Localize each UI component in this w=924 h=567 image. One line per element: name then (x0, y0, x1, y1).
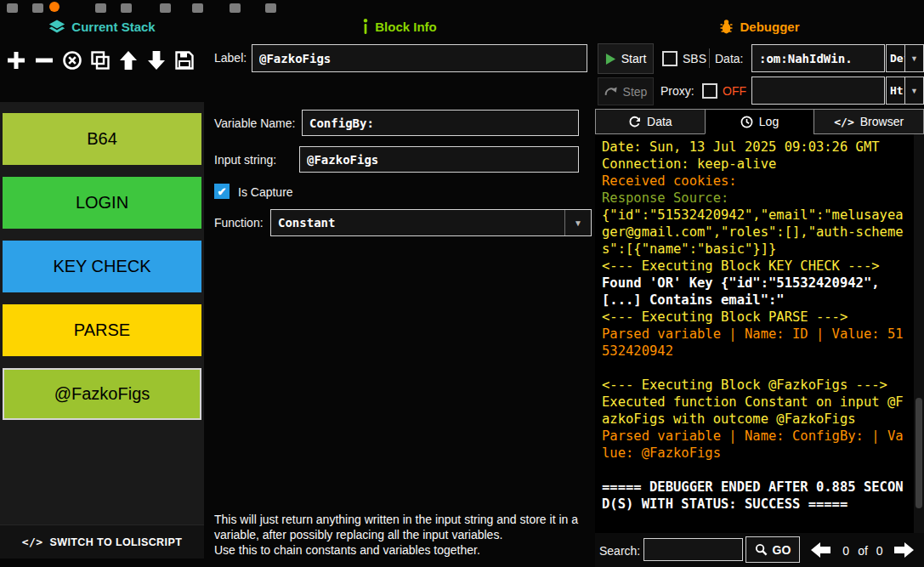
log-line: <--- Executing Block PARSE ---> (602, 309, 907, 326)
function-caption: Function: (214, 216, 264, 230)
move-block-up-button[interactable] (114, 44, 142, 77)
function-value: Constant (271, 210, 564, 235)
stack-toolbar (2, 42, 202, 79)
chevron-down-icon[interactable]: ▼ (564, 210, 591, 235)
proxy-type-arrow[interactable]: ▼ (904, 77, 924, 105)
block-info-header: Block Info (204, 14, 595, 39)
menu-icon[interactable] (7, 3, 18, 13)
code-icon: </> (834, 116, 853, 128)
menu-icon[interactable] (32, 3, 43, 13)
stack-block-label: LOGIN (76, 193, 128, 213)
input-string-input[interactable] (299, 146, 579, 173)
menu-icon[interactable] (265, 3, 276, 13)
previous-match-button[interactable] (807, 538, 836, 562)
search-match-pager: 0 of 0 (839, 544, 887, 558)
block-info-title: Block Info (375, 20, 437, 34)
match-of-label: of (858, 544, 868, 558)
tab-label: Log (759, 115, 779, 128)
log-search-bar: Search: GO 0 of 0 (595, 533, 924, 567)
debugger-header: Debugger (595, 14, 924, 39)
switch-to-loliscript-button[interactable]: </> SWITCH TO LOLISCRIPT (0, 524, 204, 558)
start-label: Start (621, 52, 647, 65)
stack-block-label: KEY CHECK (53, 257, 150, 276)
stack-block-b64[interactable]: B64 (3, 113, 201, 165)
input-string-caption: Input string: (214, 153, 276, 167)
search-caption: Search: (599, 544, 640, 558)
match-total: 0 (876, 544, 883, 558)
tab-log[interactable]: Log (705, 109, 814, 134)
notification-dot-icon (49, 2, 60, 12)
data-input[interactable] (751, 44, 885, 72)
remove-block-button[interactable] (30, 44, 58, 77)
step-arrow-icon (604, 86, 618, 97)
menu-icon[interactable] (95, 3, 106, 13)
menu-icon[interactable] (121, 3, 132, 13)
tab-label: Data (647, 115, 672, 128)
variable-name-caption: Variable Name: (214, 116, 295, 130)
log-line: Parsed variable | Name: ConfigBy: | Valu… (602, 428, 907, 462)
log-scrollbar-thumb[interactable] (915, 398, 922, 508)
stack-block-parse[interactable]: PARSE (3, 304, 201, 356)
arrow-right-icon (891, 541, 916, 559)
menu-icon[interactable] (192, 3, 203, 13)
log-line: Received cookies: (602, 173, 907, 190)
add-block-button[interactable] (2, 44, 30, 77)
debugger-tabs: Data Log </> Browser (595, 109, 924, 134)
is-capture-caption: Is Capture (238, 185, 293, 199)
log-line: <--- Executing Block @FazkoFigs ---> (602, 377, 907, 394)
top-menubar[interactable] (0, 0, 924, 14)
clear-stack-button[interactable] (58, 44, 86, 77)
is-capture-checkbox[interactable]: ✔ (214, 184, 230, 199)
tab-data[interactable]: Data (595, 109, 705, 134)
info-icon (362, 19, 369, 34)
block-description-line: This will just return anything written i… (214, 512, 595, 542)
function-dropdown[interactable]: Constant ▼ (270, 209, 592, 236)
block-list: B64LOGINKEY CHECKPARSE@FazkoFigs (0, 102, 204, 524)
proxy-input[interactable] (751, 77, 885, 105)
tab-browser[interactable]: </> Browser (813, 109, 924, 134)
next-match-button[interactable] (889, 538, 918, 562)
play-icon (605, 53, 616, 65)
log-line: Connection: keep-alive (602, 156, 907, 173)
arrow-left-icon (808, 541, 834, 559)
sbs-caption: SBS (683, 52, 706, 65)
match-current: 0 (842, 544, 849, 558)
wordlist-type-select[interactable]: Def (886, 44, 905, 72)
search-go-button[interactable]: GO (745, 536, 800, 563)
sbs-checkbox[interactable]: ✔ (662, 51, 677, 66)
data-caption: Data: (715, 52, 743, 65)
save-stack-button[interactable] (170, 44, 198, 77)
copy-icon (89, 49, 111, 71)
log-line: <--- Executing Block KEY CHECK ---> (602, 258, 907, 275)
log-line (602, 360, 907, 377)
move-block-down-button[interactable] (142, 44, 170, 77)
step-label: Step (623, 85, 648, 99)
step-button[interactable]: Step (598, 77, 654, 105)
log-line: Executed function Constant on input @Faz… (602, 394, 907, 428)
log-line: Date: Sun, 13 Jul 2025 09:03:26 GMT (602, 139, 907, 156)
wordlist-type-value: Def (890, 52, 905, 65)
stack-block-login[interactable]: LOGIN (3, 177, 201, 229)
log-scrollbar[interactable] (914, 134, 924, 533)
variable-name-input[interactable] (302, 110, 579, 136)
proxy-checkbox[interactable]: ✔ (702, 83, 717, 99)
clone-block-button[interactable] (86, 44, 114, 77)
proxy-caption: Proxy: (660, 84, 694, 98)
clock-icon (740, 116, 753, 128)
proxy-type-select[interactable]: Ht (886, 77, 905, 105)
stack-block-fazkofigs[interactable]: @FazkoFigs (3, 368, 201, 420)
arrow-down-icon (145, 49, 167, 71)
bug-icon (719, 19, 734, 34)
wordlist-type-arrow[interactable]: ▼ (904, 44, 924, 72)
tab-label: Browser (860, 115, 904, 128)
menu-icon[interactable] (160, 3, 171, 13)
search-input[interactable] (643, 538, 743, 561)
stack-block-key-check[interactable]: KEY CHECK (3, 241, 201, 292)
stack-block-label: B64 (87, 129, 117, 149)
start-button[interactable]: Start (598, 43, 654, 74)
menu-icon[interactable] (230, 3, 241, 13)
log-line: {"id":"51532420942","email":"melusayeage… (602, 207, 907, 258)
label-input[interactable] (252, 44, 587, 72)
log-line: Parsed variable | Name: ID | Value: 5153… (602, 326, 907, 360)
stack-block-label: PARSE (74, 320, 130, 340)
